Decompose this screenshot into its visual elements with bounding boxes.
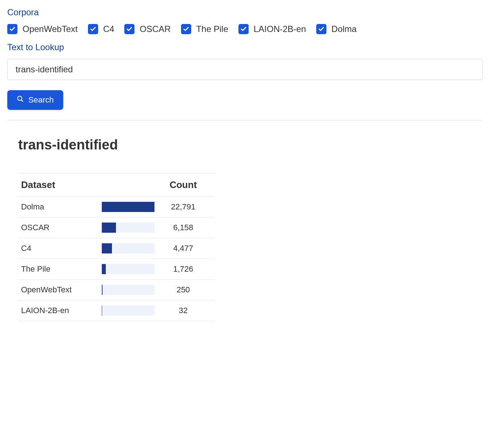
table-row: OSCAR6,158 — [18, 217, 214, 238]
checkbox-label: C4 — [103, 24, 115, 34]
result-title: trans-identified — [18, 137, 483, 153]
search-button-label: Search — [28, 95, 54, 105]
count-value: 22,791 — [154, 202, 205, 212]
checkbox-label: OSCAR — [140, 24, 170, 34]
count-bar — [102, 305, 154, 316]
checkbox[interactable] — [316, 24, 326, 34]
count-value: 6,158 — [154, 223, 205, 232]
checkbox[interactable] — [7, 24, 17, 34]
checkbox-label: Dolma — [332, 24, 357, 34]
results-section: trans-identified Dataset Count Dolma22,7… — [7, 137, 483, 321]
corpora-label: Corpora — [7, 7, 483, 17]
results-table: Dataset Count Dolma22,791OSCAR6,158C44,4… — [18, 173, 214, 321]
checkbox-item-laion-2b-en: LAION-2B-en — [238, 24, 306, 34]
checkbox[interactable] — [124, 24, 134, 34]
checkbox[interactable] — [181, 24, 191, 34]
checkbox[interactable] — [88, 24, 98, 34]
corpora-checkbox-group: OpenWebTextC4OSCARThe PileLAION-2B-enDol… — [7, 24, 483, 34]
count-value: 4,477 — [154, 244, 205, 253]
checkbox[interactable] — [238, 24, 249, 34]
dataset-name: The Pile — [18, 264, 102, 274]
dataset-name: LAION-2B-en — [18, 306, 102, 315]
checkbox-label: The Pile — [196, 24, 228, 34]
checkbox-label: OpenWebText — [23, 24, 78, 34]
lookup-label: Text to Lookup — [7, 42, 483, 52]
checkbox-item-the-pile: The Pile — [181, 24, 228, 34]
dataset-name: C4 — [18, 244, 102, 253]
table-row: OpenWebText250 — [18, 280, 214, 300]
checkbox-item-dolma: Dolma — [316, 24, 357, 34]
count-value: 1,726 — [154, 264, 205, 274]
dataset-name: OSCAR — [18, 223, 102, 232]
count-value: 32 — [154, 306, 205, 315]
search-button[interactable]: Search — [7, 90, 63, 110]
search-icon — [17, 95, 24, 105]
count-bar — [102, 202, 154, 212]
lookup-input[interactable] — [7, 59, 483, 80]
count-value: 250 — [154, 285, 205, 295]
table-row: C44,477 — [18, 238, 214, 259]
column-header-dataset: Dataset — [18, 179, 102, 191]
dataset-name: Dolma — [18, 202, 102, 212]
table-row: LAION-2B-en32 — [18, 300, 214, 321]
table-row: Dolma22,791 — [18, 197, 214, 217]
dataset-name: OpenWebText — [18, 285, 102, 295]
count-bar — [102, 223, 154, 233]
checkbox-item-openwebtext: OpenWebText — [7, 24, 78, 34]
count-bar — [102, 264, 154, 274]
count-bar — [102, 285, 154, 295]
divider — [7, 120, 483, 120]
svg-point-0 — [18, 96, 22, 101]
table-header: Dataset Count — [18, 173, 214, 197]
checkbox-label: LAION-2B-en — [254, 24, 306, 34]
count-bar — [102, 243, 154, 253]
checkbox-item-c4: C4 — [88, 24, 115, 34]
checkbox-item-oscar: OSCAR — [124, 24, 170, 34]
table-row: The Pile1,726 — [18, 259, 214, 280]
svg-line-1 — [21, 100, 23, 102]
column-header-count: Count — [154, 179, 205, 191]
